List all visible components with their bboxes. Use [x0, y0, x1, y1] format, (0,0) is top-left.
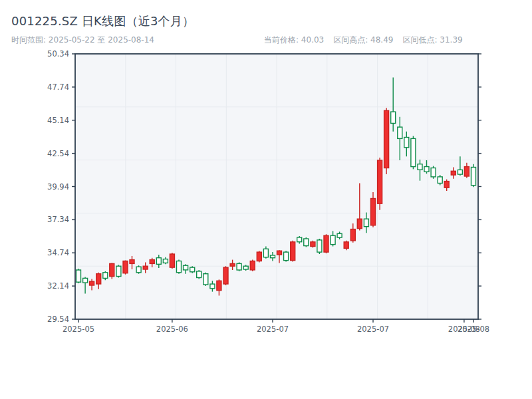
candle [203, 273, 208, 286]
candle [76, 269, 81, 283]
x-tick-label: 2025-06 [156, 325, 188, 334]
candle [123, 261, 128, 275]
candle [197, 270, 201, 279]
y-tick-label: 29.54 [47, 315, 69, 324]
y-tick-label: 45.14 [47, 116, 69, 125]
candle [177, 260, 182, 274]
candle [257, 251, 261, 262]
candle [431, 166, 436, 179]
candle [324, 234, 329, 253]
candle [250, 260, 255, 271]
candle [237, 262, 241, 271]
candle [384, 108, 389, 174]
candle [110, 263, 114, 279]
candlestick-chart: 50.3447.7445.1442.5439.9437.3434.7432.14… [0, 0, 532, 399]
y-tick-label: 37.34 [47, 215, 69, 224]
y-tick-label: 42.54 [47, 149, 69, 158]
candle [190, 266, 195, 273]
x-axis: 2025-052025-062025-072025-072025-082025-… [63, 319, 489, 334]
candle [136, 265, 141, 274]
candle [243, 265, 248, 271]
y-tick-label: 32.14 [47, 281, 69, 291]
x-tick-label: 2025-07 [257, 325, 289, 334]
candle [378, 158, 382, 210]
y-tick-label: 39.94 [47, 182, 69, 192]
candle [116, 265, 121, 277]
candle [317, 239, 322, 254]
y-tick-label: 34.74 [47, 248, 69, 257]
candle [304, 237, 309, 247]
candle [411, 136, 416, 170]
candle [284, 251, 289, 261]
candle [438, 175, 442, 185]
candle [170, 253, 174, 269]
x-tick-label: 2025-08 [458, 325, 489, 334]
y-tick-label: 50.34 [47, 49, 69, 59]
candle [311, 241, 315, 248]
y-tick-label: 47.74 [47, 82, 69, 92]
candle [223, 266, 228, 285]
candle [291, 241, 295, 262]
candle [344, 241, 348, 250]
candle [471, 164, 476, 188]
x-tick-label: 2025-05 [63, 325, 94, 334]
x-tick-label: 2025-07 [357, 325, 389, 334]
